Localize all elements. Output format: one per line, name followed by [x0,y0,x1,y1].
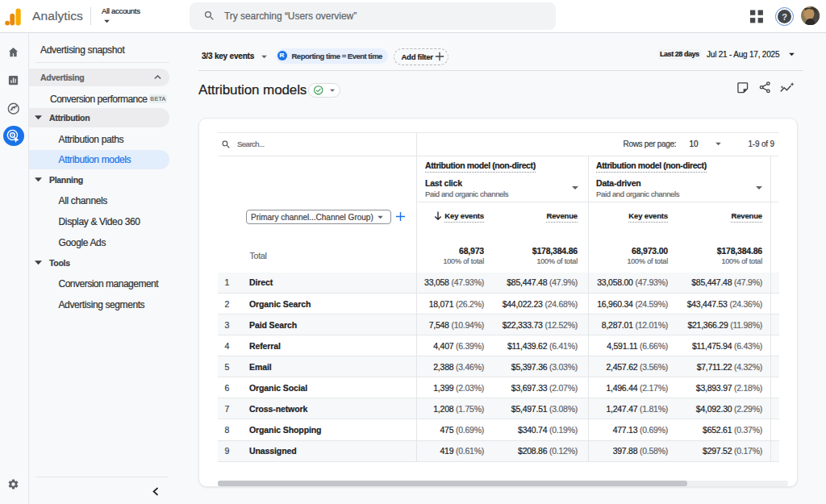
svg-text:?: ? [782,11,787,21]
